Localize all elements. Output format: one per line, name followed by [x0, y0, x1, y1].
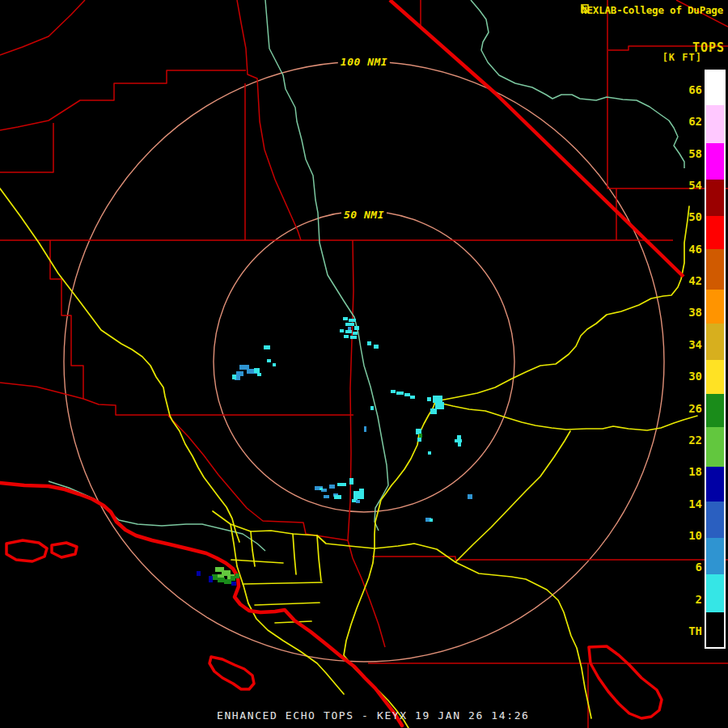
echo-cell — [348, 327, 351, 330]
islands — [6, 540, 662, 718]
legend-segment — [706, 324, 724, 360]
legend-label-58: 58 — [673, 147, 702, 160]
legend-label-54: 54 — [673, 179, 702, 192]
echo-cell — [430, 518, 433, 522]
legend-label-50: 50 — [673, 210, 702, 223]
echo-cell — [354, 326, 359, 330]
echo-cell — [343, 317, 348, 320]
echo-cell — [458, 442, 461, 447]
echo-cell — [370, 406, 374, 410]
site-title: NEXLAB-College of DuPage — [581, 4, 723, 16]
legend-segment — [706, 394, 724, 427]
echo-cell — [353, 491, 364, 499]
echo-cell — [349, 319, 356, 322]
state-border — [390, 0, 684, 277]
radar-echoes — [197, 317, 472, 586]
echo-cell — [367, 341, 371, 345]
legend-segment — [706, 427, 724, 467]
legend-label-30: 30 — [673, 370, 702, 383]
legend-segment — [706, 290, 724, 324]
legend-label-10: 10 — [673, 529, 702, 542]
echo-cell — [334, 495, 341, 499]
product-caption: ENHANCED ECHO TOPS - KEYX 19 JAN 26 14:2… — [217, 709, 530, 722]
legend-segment — [706, 105, 724, 143]
echo-cell — [231, 576, 235, 581]
legend-segment — [706, 612, 724, 647]
echo-cell — [349, 478, 353, 485]
legend-label-46: 46 — [673, 243, 702, 256]
echo-cell — [364, 426, 366, 432]
legend-label-TH: TH — [673, 624, 702, 637]
cod-logo-icon — [581, 4, 589, 13]
echo-cell — [356, 500, 360, 503]
echo-cell — [232, 375, 236, 379]
echo-cell — [410, 396, 415, 399]
legend-label-6: 6 — [673, 561, 702, 574]
echo-cell — [435, 402, 444, 409]
echo-cell — [428, 451, 431, 455]
echo-cell — [457, 435, 461, 439]
rivers — [49, 0, 684, 551]
echo-cell — [455, 439, 462, 442]
legend-label-2: 2 — [673, 593, 702, 606]
echo-cell — [254, 368, 260, 373]
echo-cell — [337, 483, 346, 486]
echo-cell — [417, 438, 421, 442]
echo-cell — [419, 434, 422, 438]
echo-cell — [264, 345, 270, 349]
echo-cell — [374, 345, 379, 349]
echo-cell — [231, 582, 236, 586]
echo-cell — [359, 489, 364, 492]
legend-units: [K FT] — [662, 52, 702, 63]
echo-cell — [273, 363, 276, 366]
range-ring-label-50nmi: 50 NMI — [341, 209, 387, 221]
echo-cell — [353, 332, 358, 335]
legend-segment — [706, 538, 724, 574]
echo-cell — [345, 330, 352, 333]
legend-label-22: 22 — [673, 434, 702, 447]
echo-cell — [391, 390, 396, 393]
echo-cell — [416, 429, 421, 434]
range-ring-label-100nmi: 100 NMI — [338, 56, 390, 68]
header: NEXLAB-College of DuPage — [581, 4, 723, 16]
echo-cell — [257, 373, 261, 376]
legend-segment — [706, 360, 724, 394]
echo-cell — [433, 396, 442, 403]
echo-cell — [345, 323, 354, 326]
legend-segment — [706, 574, 724, 612]
echo-cell — [267, 359, 271, 362]
range-ring-100nmi — [64, 61, 664, 662]
legend-segment — [706, 249, 724, 290]
echo-cell — [340, 329, 344, 332]
echo-cell — [396, 392, 404, 395]
echo-cell — [427, 397, 431, 401]
range-rings — [64, 61, 664, 662]
legend-segment — [706, 143, 724, 180]
legend-label-34: 34 — [673, 338, 702, 351]
legend-label-38: 38 — [673, 306, 702, 319]
legend-label-62: 62 — [673, 115, 702, 128]
range-ring-50nmi — [214, 211, 514, 512]
echo-cell — [324, 495, 329, 498]
echo-cell — [209, 576, 213, 582]
echo-cell — [430, 408, 437, 414]
echo-cell — [236, 371, 243, 376]
echo-cell — [468, 494, 472, 499]
legend-label-42: 42 — [673, 274, 702, 287]
legend-segment — [706, 216, 724, 249]
legend-segment — [706, 71, 724, 105]
echo-cell — [320, 488, 323, 490]
echo-cell — [344, 335, 349, 338]
echo-cell — [350, 336, 357, 339]
echo-cell — [224, 579, 231, 584]
echo-cell — [329, 485, 335, 489]
legend-segment — [706, 467, 724, 502]
echo-cell — [404, 393, 410, 396]
legend-label-66: 66 — [673, 83, 702, 96]
radar-map-canvas — [0, 0, 728, 728]
echo-cell — [235, 574, 239, 578]
legend-label-26: 26 — [673, 402, 702, 415]
echo-cell — [197, 571, 201, 576]
coastline — [0, 483, 402, 726]
legend-segment — [706, 180, 724, 216]
